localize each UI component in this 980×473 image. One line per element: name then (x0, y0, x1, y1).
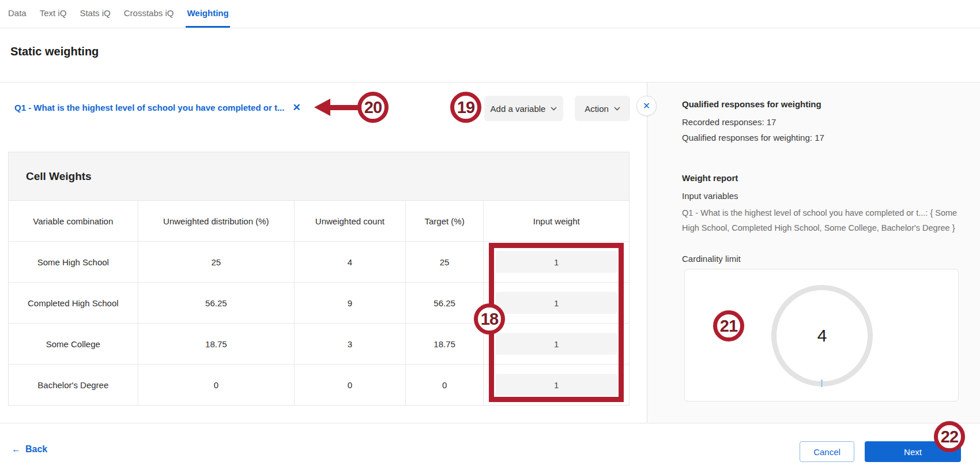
remove-variable-icon[interactable]: ✕ (292, 103, 300, 112)
unweighted-distribution-cell: 56.25 (138, 283, 295, 323)
tab-weighting[interactable]: Weighting (186, 0, 229, 28)
chevron-down-icon (551, 107, 557, 111)
table-title: Cell Weights (9, 152, 629, 201)
column-header: Unweighted count (294, 201, 405, 241)
page-title: Static weighting (10, 45, 99, 58)
target-cell: 0 (405, 365, 484, 405)
input-variables-label: Input variables (682, 191, 738, 201)
cancel-button[interactable]: Cancel (800, 441, 854, 462)
qualified-responses-heading: Qualified responses for weighting (682, 99, 821, 109)
target-cell: 25 (405, 242, 484, 282)
close-icon: ✕ (643, 100, 650, 111)
back-arrow-icon: ← (12, 444, 21, 455)
footer-bar: ← Back Cancel Next (0, 423, 980, 473)
cardinality-gauge: 4 (771, 285, 873, 386)
selected-variable-label[interactable]: Q1 - What is the highest level of school… (14, 103, 284, 112)
annotation-20: 20 (357, 92, 389, 123)
selected-variable-chip: Q1 - What is the highest level of school… (14, 95, 301, 119)
annotation-arrow-20 (314, 99, 330, 116)
static-weighting-page: Data Text iQ Stats iQ Crosstabs iQ Weigh… (0, 0, 980, 473)
annotation-18: 18 (474, 303, 505, 335)
input-weight-field[interactable] (496, 374, 617, 396)
unweighted-distribution-cell: 25 (138, 242, 295, 282)
column-header: Input weight (483, 201, 629, 241)
table-row: Completed High School 56.25 9 56.25 (9, 282, 629, 323)
column-header: Unweighted distribution (%) (138, 201, 295, 241)
tab-text-iq[interactable]: Text iQ (39, 0, 68, 28)
qualified-responses-line: Qualified responses for weighting: 17 (682, 133, 824, 142)
add-a-variable-label: Add a variable (491, 104, 546, 114)
unweighted-count-cell: 4 (294, 242, 405, 282)
input-weight-cell (483, 324, 629, 364)
column-header: Target (%) (405, 201, 484, 241)
annotation-arrow-20-shaft (329, 105, 359, 110)
input-weight-field[interactable] (496, 292, 617, 314)
close-panel-button[interactable]: ✕ (636, 96, 657, 116)
unweighted-count-cell: 9 (294, 283, 405, 323)
unweighted-count-cell: 3 (294, 324, 405, 364)
tab-stats-iq[interactable]: Stats iQ (78, 0, 111, 28)
variable-combination-cell: Some High School (9, 242, 138, 282)
target-cell: 56.25 (405, 283, 484, 323)
weight-report-heading: Weight report (682, 173, 738, 183)
action-button[interactable]: Action (575, 96, 630, 121)
annotation-19: 19 (450, 92, 481, 123)
unweighted-distribution-cell: 0 (138, 365, 295, 405)
top-tab-bar: Data Text iQ Stats iQ Crosstabs iQ Weigh… (0, 0, 980, 28)
table-row: Bachelor's Degree 0 0 0 (9, 364, 629, 405)
input-weight-field[interactable] (496, 333, 617, 355)
chevron-down-icon (614, 107, 620, 111)
back-link[interactable]: ← Back (12, 444, 47, 455)
unweighted-distribution-cell: 18.75 (138, 324, 295, 364)
action-label: Action (585, 104, 609, 114)
table-row: Some High School 25 4 25 (9, 241, 629, 282)
table-row: Some College 18.75 3 18.75 (9, 323, 629, 364)
tab-data[interactable]: Data (7, 0, 28, 28)
cardinality-limit-label: Cardinality limit (682, 254, 741, 264)
input-weight-cell (483, 365, 629, 405)
input-variable-detail: Q1 - What is the highest level of school… (682, 205, 960, 235)
input-weight-field[interactable] (496, 251, 617, 273)
input-weight-cell (483, 283, 629, 323)
recorded-responses-line: Recorded responses: 17 (682, 117, 776, 127)
cardinality-value: 4 (817, 326, 827, 346)
gauge-tick (821, 380, 823, 387)
page-header: Static weighting (0, 28, 980, 82)
annotation-22: 22 (934, 421, 965, 452)
input-weight-cell (483, 242, 629, 282)
main-content: Q1 - What is the highest level of school… (0, 82, 980, 423)
tab-crosstabs-iq[interactable]: Crosstabs iQ (123, 0, 175, 28)
add-a-variable-button[interactable]: Add a variable (484, 96, 563, 121)
variable-combination-cell: Bachelor's Degree (9, 365, 138, 405)
column-header: Variable combination (9, 201, 138, 241)
target-cell: 18.75 (405, 324, 484, 364)
cell-weights-table: Cell Weights Variable combination Unweig… (8, 152, 630, 406)
annotation-21: 21 (713, 310, 744, 341)
back-label: Back (25, 444, 47, 455)
variable-combination-cell: Completed High School (9, 283, 138, 323)
unweighted-count-cell: 0 (294, 365, 405, 405)
table-header-row: Variable combination Unweighted distribu… (9, 201, 629, 241)
variable-combination-cell: Some College (9, 324, 138, 364)
